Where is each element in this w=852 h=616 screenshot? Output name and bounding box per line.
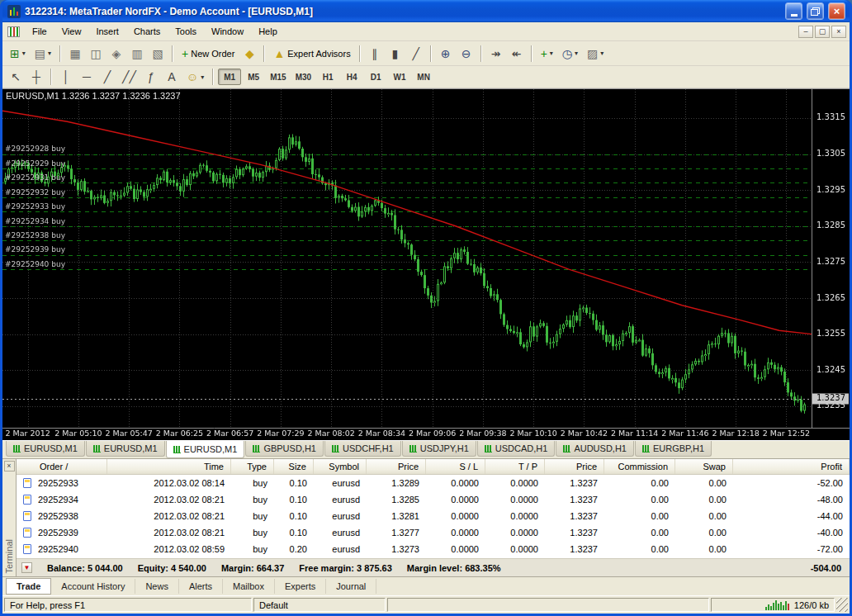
terminal-tab-trade[interactable]: Trade [6,578,51,595]
price-chart-canvas[interactable] [2,89,850,440]
table-row[interactable]: 292529392012.03.02 08:21buy0.10eurusd1.3… [17,524,850,541]
chart-tab[interactable]: AUDUSD,H1 [556,441,634,457]
terminal-tab-alerts[interactable]: Alerts [179,579,223,594]
terminal-close-button[interactable]: × [4,461,15,471]
timeframe-button-m15[interactable]: M15 [266,69,290,85]
terminal-tab-mailbox[interactable]: Mailbox [223,579,275,594]
chart-tab[interactable]: GBPUSD,H1 [245,441,324,457]
orders-table-header[interactable]: Order /TimeTypeSizeSymbolPriceS / LT / P… [17,459,850,475]
chart-area[interactable]: EURUSD,M1 1.3236 1.3237 1.3236 1.3237 [2,88,850,440]
expert-advisors-button[interactable]: ▲Expert Advisors [269,44,354,63]
cell-symbol: eurusd [314,528,367,538]
cell-commission: 0.00 [604,478,675,488]
column-header[interactable]: Profit [733,459,850,474]
close-button[interactable]: × [828,2,845,20]
text-label-button[interactable]: A [162,68,182,87]
cursor-button[interactable]: ↖ [6,68,26,87]
column-header[interactable]: Commission [604,459,675,474]
menu-item-help[interactable]: Help [251,24,285,39]
horizontal-line-button[interactable]: ─ [77,68,97,87]
mdi-close-button[interactable]: × [831,26,846,38]
templates-button[interactable]: ▨▾ [583,44,608,63]
column-header[interactable]: T / P [485,459,545,474]
timeframe-button-mn[interactable]: MN [412,69,435,85]
terminal-tab-account-history[interactable]: Account History [51,579,135,594]
periods-button[interactable]: ◷▾ [558,44,582,63]
column-header[interactable]: Type [231,459,274,474]
cell-cprice: 1.3237 [545,511,604,521]
timeframe-button-h4[interactable]: H4 [340,69,363,85]
status-profile[interactable]: Default [253,598,386,612]
timeframe-button-d1[interactable]: D1 [364,69,387,85]
menu-item-charts[interactable]: Charts [126,24,168,39]
zoom-out-button[interactable]: ⊖ [457,44,476,63]
chart-tab[interactable]: USDCAD,H1 [477,441,556,457]
new-order-icon: + [182,48,188,59]
resize-grip[interactable] [836,598,848,612]
fibonacci-button[interactable]: ƒ [141,68,161,87]
cell-sl: 0.0000 [426,544,485,554]
restore-button[interactable] [807,2,824,20]
bar-chart-button[interactable]: ∥ [365,44,385,63]
data-window-button[interactable]: ◫ [86,44,106,63]
column-header[interactable]: Swap [675,459,733,474]
menu-item-file[interactable]: File [25,24,54,39]
zoom-in-button[interactable]: ⊕ [436,44,456,63]
strategy-tester-button[interactable]: ▧ [148,44,168,63]
terminal-tab-journal[interactable]: Journal [326,579,376,594]
metaeditor-button[interactable]: ◆ [239,44,259,63]
table-row[interactable]: 292529332012.03.02 08:14buy0.10eurusd1.3… [17,475,850,491]
new-order-button[interactable]: +New Order [178,44,239,63]
timeframe-button-m30[interactable]: M30 [291,69,315,85]
terminal-button[interactable]: ▥ [127,44,147,63]
margin-level-value: Margin level: 683.35% [407,563,501,573]
cell-commission: 0.00 [604,528,675,538]
chart-tab[interactable]: EURUSD,M1 [6,441,85,457]
crosshair-button[interactable]: ┼ [26,68,46,87]
column-header[interactable]: Symbol [314,459,367,474]
column-header[interactable]: Price [545,459,604,474]
arrows-button[interactable]: ☺▾ [182,68,208,87]
table-row[interactable]: 292529382012.03.02 08:21buy0.10eurusd1.3… [17,508,850,524]
table-row[interactable]: 292529402012.03.02 08:59buy0.20eurusd1.3… [17,541,850,557]
column-header[interactable]: Order / [38,459,107,474]
minimize-button[interactable] [785,2,802,20]
column-header[interactable]: Price [367,459,426,474]
chart-shift-button[interactable]: ↞ [507,44,527,63]
menu-item-insert[interactable]: Insert [88,24,126,39]
menu-item-tools[interactable]: Tools [168,24,204,39]
navigator-button[interactable]: ◈ [106,44,126,63]
terminal-tab-experts[interactable]: Experts [275,579,326,594]
vertical-line-button[interactable]: │ [56,68,76,87]
mdi-restore-button[interactable]: ▢ [815,26,830,38]
column-header[interactable]: Size [274,459,314,474]
chart-tab[interactable]: USDCHF,H1 [324,441,401,457]
table-row[interactable]: 292529342012.03.02 08:21buy0.10eurusd1.3… [17,491,850,508]
chart-tab-label: GBPUSD,H1 [263,443,316,453]
chart-tab[interactable]: EURUSD,M1 [86,441,165,457]
line-chart-button[interactable]: ╱ [406,44,426,63]
timeframe-button-h1[interactable]: H1 [316,69,339,85]
cell-tp: 0.0000 [485,478,545,488]
chart-tab[interactable]: USDJPY,H1 [402,441,476,457]
titlebar[interactable]: 3122314: MetaTrader NordFX - Demo Accoun… [2,0,850,22]
auto-scroll-button[interactable]: ↠ [486,44,506,63]
timeframe-button-m1[interactable]: M1 [218,69,241,85]
new-chart-button[interactable]: ⊞▾ [6,44,30,63]
menu-item-view[interactable]: View [54,24,89,39]
mdi-minimize-button[interactable]: – [798,26,813,38]
chart-tab[interactable]: EURUSD,M1 [166,441,245,458]
column-header[interactable]: S / L [426,459,485,474]
indicators-button[interactable]: +▾ [537,44,557,63]
column-header[interactable]: Time [107,459,231,474]
menu-item-window[interactable]: Window [204,24,251,39]
equidistant-channel-button[interactable]: ╱╱ [118,68,140,87]
candlestick-chart-button[interactable]: ▮ [386,44,405,63]
timeframe-button-m5[interactable]: M5 [242,69,265,85]
timeframe-button-w1[interactable]: W1 [388,69,411,85]
profiles-button[interactable]: ▤▾ [31,44,55,63]
chart-tab[interactable]: EURGBP,H1 [635,441,712,457]
trendline-button[interactable]: ╱ [97,68,117,87]
market-watch-button[interactable]: ▦ [65,44,85,63]
terminal-tab-news[interactable]: News [135,579,179,594]
